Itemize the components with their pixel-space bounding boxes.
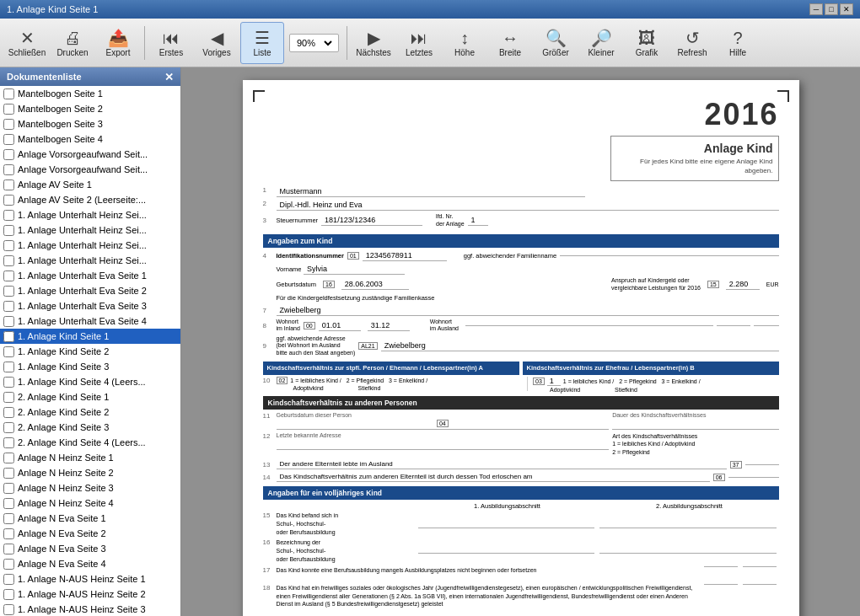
sidebar-list-item[interactable]: Anlage N Eva Seite 3: [0, 541, 180, 556]
toolbar-help-button[interactable]: ?Hilfe: [716, 22, 760, 64]
toolbar-print-button[interactable]: 🖨Drucken: [51, 22, 94, 64]
sidebar-item-checkbox[interactable]: [3, 164, 14, 175]
sidebar-item-checkbox[interactable]: [3, 149, 14, 160]
sidebar-item-checkbox[interactable]: [3, 179, 14, 190]
sidebar-list-item[interactable]: Mantelbogen Seite 2: [0, 101, 180, 116]
sidebar-list-item[interactable]: 1. Anlage Unterhalt Eva Seite 2: [0, 283, 180, 298]
row-num-8: 8: [263, 322, 277, 329]
sidebar-item-checkbox[interactable]: [3, 498, 14, 509]
sidebar-list-item[interactable]: 1. Anlage N-AUS Heinz Seite 1: [0, 571, 180, 587]
sidebar-list-item[interactable]: 1. Anlage N-AUS Heinz Seite 2: [0, 587, 180, 602]
sidebar-item-checkbox[interactable]: [3, 377, 14, 388]
sidebar-close-button[interactable]: ✕: [164, 72, 174, 83]
form-row-3: 3 Steuernummer 181/123/12346 lfd. Nr. de…: [263, 213, 779, 228]
toolbar-graphic-button[interactable]: 🖼Grafik: [625, 22, 669, 64]
sidebar-list-item[interactable]: Anlage N Heinz Seite 3: [0, 480, 180, 495]
sidebar-list-item[interactable]: 1. Anlage N-AUS Heinz Seite 3: [0, 602, 180, 616]
sidebar-item-label: Anlage AV Seite 1: [18, 179, 92, 190]
sidebar-item-checkbox[interactable]: [3, 316, 14, 327]
minimize-button[interactable]: ─: [809, 3, 823, 15]
sidebar-item-checkbox[interactable]: [3, 604, 14, 615]
toolbar-list-button[interactable]: ☰Liste: [240, 22, 284, 64]
steuernummer-label: Steuernummer: [277, 217, 319, 224]
sidebar-list-item[interactable]: 1. Anlage Unterhalt Heinz Sei...: [0, 238, 180, 253]
sidebar-item-checkbox[interactable]: [3, 240, 14, 251]
sidebar-item-checkbox[interactable]: [3, 255, 14, 266]
sidebar-list-item[interactable]: Anlage Vorsorgeaufwand Seit...: [0, 162, 180, 177]
close-window-button[interactable]: ✕: [840, 3, 853, 15]
toolbar-export-button[interactable]: 📤Export: [96, 22, 140, 64]
sidebar-list-item[interactable]: Anlage N Eva Seite 2: [0, 526, 180, 541]
sidebar-list-item[interactable]: 1. Anlage Unterhalt Heinz Sei...: [0, 222, 180, 238]
sidebar-item-checkbox[interactable]: [3, 225, 14, 236]
sidebar-item-checkbox[interactable]: [3, 104, 14, 115]
sidebar-list-item[interactable]: 1. Anlage Kind Seite 2: [0, 344, 180, 359]
kindschaft-options-a: 1 = leibliches Kind / 2 = Pflegekind 3 =…: [290, 378, 427, 383]
sidebar-item-checkbox[interactable]: [3, 468, 14, 479]
sidebar-list-item[interactable]: Mantelbogen Seite 4: [0, 131, 180, 147]
sidebar-item-checkbox[interactable]: [3, 407, 14, 418]
sidebar-item-checkbox[interactable]: [3, 574, 14, 585]
sidebar-item-checkbox[interactable]: [3, 392, 14, 403]
zoom-select[interactable]: 50%75%90%100%125%150%200%: [293, 37, 335, 49]
zoom-control[interactable]: 50%75%90%100%125%150%200%: [289, 34, 339, 52]
toolbar-height-button[interactable]: ↕Höhe: [443, 22, 486, 64]
sidebar-item-checkbox[interactable]: [3, 544, 14, 554]
sidebar-item-checkbox[interactable]: [3, 528, 14, 539]
toolbar-prev-button[interactable]: ◀Voriges: [195, 22, 239, 64]
sidebar-list-item[interactable]: Anlage Vorsorgeaufwand Seit...: [0, 147, 180, 162]
toolbar-close-button[interactable]: ✕Schließen: [5, 22, 49, 64]
toolbar-bigger-button[interactable]: 🔍Größer: [534, 22, 578, 64]
sidebar-list-item[interactable]: 1. Anlage Unterhalt Heinz Sei...: [0, 253, 180, 268]
sidebar-item-checkbox[interactable]: [3, 589, 14, 600]
sidebar-item-checkbox[interactable]: [3, 513, 14, 524]
sidebar-list-item[interactable]: 1. Anlage Kind Seite 3: [0, 359, 180, 374]
sidebar-list[interactable]: Mantelbogen Seite 1Mantelbogen Seite 2Ma…: [0, 86, 180, 616]
sidebar-list-item[interactable]: 1. Anlage Unterhalt Eva Seite 1: [0, 268, 180, 283]
sidebar-list-item[interactable]: Anlage N Heinz Seite 1: [0, 450, 180, 465]
toolbar-smaller-button[interactable]: 🔎Kleiner: [579, 22, 623, 64]
sidebar-item-checkbox[interactable]: [3, 88, 14, 99]
sidebar-list-item[interactable]: 1. Anlage Unterhalt Eva Seite 4: [0, 313, 180, 329]
sidebar-item-checkbox[interactable]: [3, 195, 14, 206]
sidebar-list-item[interactable]: Mantelbogen Seite 1: [0, 86, 180, 101]
toolbar-first-button[interactable]: ⏮Erstes: [149, 22, 193, 64]
sidebar-item-checkbox[interactable]: [3, 210, 14, 221]
sidebar-list-item[interactable]: 2. Anlage Kind Seite 3: [0, 420, 180, 435]
sidebar-list-item[interactable]: 2. Anlage Kind Seite 1: [0, 389, 180, 404]
sidebar-list-item[interactable]: Anlage N Heinz Seite 2: [0, 465, 180, 480]
sidebar-item-checkbox[interactable]: [3, 346, 14, 357]
sidebar-list-item[interactable]: 1. Anlage Kind Seite 1: [0, 329, 180, 344]
sidebar-list-item[interactable]: 2. Anlage Kind Seite 4 (Leers...: [0, 435, 180, 450]
sidebar-list-item[interactable]: Anlage N Eva Seite 4: [0, 556, 180, 571]
sidebar-item-checkbox[interactable]: [3, 134, 14, 145]
sidebar-list-item[interactable]: Anlage N Heinz Seite 4: [0, 495, 180, 511]
toolbar-next-button[interactable]: ▶Nächstes: [352, 22, 395, 64]
sidebar-item-checkbox[interactable]: [3, 301, 14, 312]
sidebar-item-checkbox[interactable]: [3, 119, 14, 130]
toolbar-last-button[interactable]: ⏭Letztes: [397, 22, 441, 64]
sidebar-item-checkbox[interactable]: [3, 286, 14, 297]
maximize-button[interactable]: □: [825, 3, 838, 15]
row17-text: Das Kind konnte eine Berufsausbildung ma…: [277, 566, 701, 575]
sidebar-item-checkbox[interactable]: [3, 422, 14, 433]
toolbar-refresh-button[interactable]: ↺Refresh: [670, 22, 714, 64]
sidebar-item-checkbox[interactable]: [3, 559, 14, 570]
sidebar-item-checkbox[interactable]: [3, 362, 14, 372]
sidebar-item-checkbox[interactable]: [3, 437, 14, 448]
toolbar-width-button[interactable]: ↔Breite: [488, 22, 532, 64]
sidebar-item-checkbox[interactable]: [3, 331, 14, 342]
sidebar-item-checkbox[interactable]: [3, 483, 14, 494]
sidebar-list-item[interactable]: 1. Anlage Unterhalt Eva Seite 3: [0, 298, 180, 313]
sidebar-list-item[interactable]: 1. Anlage Kind Seite 4 (Leers...: [0, 374, 180, 389]
sidebar-item-checkbox[interactable]: [3, 453, 14, 463]
sidebar-list-item[interactable]: 1. Anlage Unterhalt Heinz Sei...: [0, 207, 180, 222]
form-row-13: 13 Der andere Elternteil lebte im Auslan…: [263, 459, 779, 469]
sidebar-list-item[interactable]: 2. Anlage Kind Seite 2: [0, 404, 180, 420]
sidebar-list-item[interactable]: Mantelbogen Seite 3: [0, 116, 180, 131]
sidebar-list-item[interactable]: Anlage N Eva Seite 1: [0, 511, 180, 526]
sidebar-item-checkbox[interactable]: [3, 271, 14, 281]
sidebar-list-item[interactable]: Anlage AV Seite 2 (Leerseite:...: [0, 192, 180, 207]
sidebar-list-item[interactable]: Anlage AV Seite 1: [0, 177, 180, 192]
sidebar-item-label: Anlage N Heinz Seite 3: [18, 483, 114, 493]
